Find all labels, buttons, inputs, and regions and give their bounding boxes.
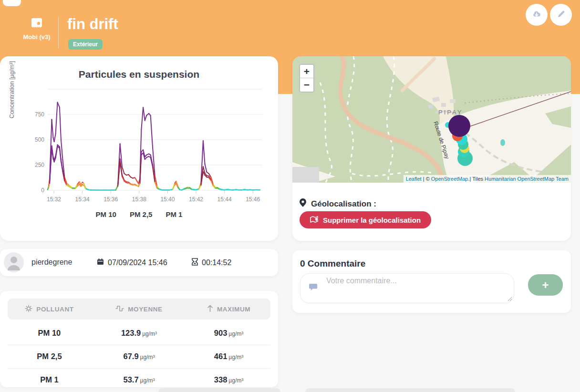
page-title: fin drift [67, 16, 118, 33]
comments-card: 0 Commentaire + [292, 250, 571, 313]
pollutant-stats-card: POLLUANT MOYENNE MAXIMUM PM 10 123.9µg/m… [0, 291, 278, 387]
device-block: Mobi (v3) [21, 16, 52, 41]
pollutant-cell: PM 1 [8, 375, 91, 384]
max-cell: 903µg/m³ [187, 329, 270, 338]
avatar [4, 252, 24, 272]
legend-pm10[interactable]: PM 10 [96, 210, 116, 218]
chart-title: Particules en suspension [0, 69, 278, 80]
leaflet-map[interactable]: PIPAY Route de Pipay + − Leaflet | © Ope… [292, 56, 571, 183]
delete-geolocation-label: Supprimer la géolocalisation [323, 216, 421, 224]
next-section-peek [158, 388, 280, 392]
svg-text:15:42: 15:42 [189, 196, 203, 203]
environment-badge: Extérieur [68, 39, 103, 50]
calendar-icon [97, 258, 104, 267]
osm-link[interactable]: OpenStreetMap [431, 176, 468, 182]
map-attribution: Leaflet | © OpenStreetMap.| Tiles Humani… [404, 175, 571, 183]
comments-count-title: 0 Commentaire [300, 258, 365, 269]
map-card: PIPAY Route de Pipay + − Leaflet | © Ope… [292, 56, 571, 241]
measurement-meta-card: pierdegrene 07/09/2024 15:46 00:14:52 [0, 249, 278, 276]
leaflet-link[interactable]: Leaflet [406, 176, 422, 182]
svg-text:500: 500 [35, 136, 44, 143]
zoom-out-button[interactable]: − [300, 78, 313, 92]
map-tiles: PIPAY Route de Pipay [292, 56, 571, 183]
comment-input-box [300, 273, 514, 303]
svg-text:0: 0 [41, 187, 44, 194]
svg-text:250: 250 [35, 162, 44, 168]
svg-text:15:36: 15:36 [104, 196, 118, 203]
map-marker-icon [310, 216, 319, 225]
resize-handle[interactable] [507, 296, 512, 301]
add-comment-button[interactable]: + [528, 274, 563, 296]
legend-pm25[interactable]: PM 2,5 [130, 210, 153, 218]
svg-text:750: 750 [35, 111, 44, 118]
particles-chart-card: Particules en suspension Concentration [… [0, 56, 278, 241]
hot-link[interactable]: Humanitarian OpenStreetMap Team [485, 176, 569, 182]
measurement-datetime: 07/09/2024 15:46 [108, 258, 167, 267]
table-row: PM 10 123.9µg/m³ 903µg/m³ [8, 321, 270, 345]
map-place-label: PIPAY [438, 109, 463, 116]
header-polluant: POLLUANT [8, 305, 91, 314]
svg-text:15:40: 15:40 [160, 196, 175, 203]
measurement-date: 07/09/2024 15:46 [97, 258, 167, 267]
header-divider [58, 17, 59, 49]
menu-drawer-handle[interactable] [3, 0, 21, 6]
download-button[interactable] [526, 4, 548, 26]
measurement-duration: 00:14:52 [192, 258, 231, 268]
mean-cell: 53.7µg/m³ [91, 375, 187, 384]
pm-line-chart: 025050075015:3215:3415:3615:3815:4015:42… [0, 85, 278, 208]
edit-button[interactable] [550, 4, 572, 26]
mean-cell: 67.9µg/m³ [91, 352, 187, 361]
max-cell: 461µg/m³ [187, 352, 270, 361]
table-header-row: POLLUANT MOYENNE MAXIMUM [8, 299, 270, 320]
device-type-label: Mobi (v3) [21, 33, 52, 41]
delete-geolocation-button[interactable]: Supprimer la géolocalisation [300, 211, 431, 228]
hourglass-icon [192, 258, 198, 268]
cloud-download-icon [531, 9, 542, 21]
header-moyenne: MOYENNE [91, 305, 187, 313]
max-cell: 338µg/m³ [187, 375, 270, 384]
map-pin-icon [300, 198, 306, 209]
pollutant-cell: PM 10 [8, 329, 91, 338]
duration-value: 00:14:52 [202, 258, 231, 267]
geolocation-label-row: Géolocalisation : [300, 198, 376, 209]
mean-cell: 123.9µg/m³ [91, 329, 187, 338]
svg-text:15:32: 15:32 [47, 196, 61, 203]
chart-legend: PM 10 PM 2,5 PM 1 [0, 210, 278, 218]
arrow-up-icon [207, 305, 213, 313]
geolocation-label: Géolocalisation : [311, 199, 376, 209]
map-zoom-control: + − [299, 64, 314, 93]
virus-icon [25, 305, 32, 314]
svg-text:15:34: 15:34 [75, 196, 90, 203]
pencil-icon [556, 9, 566, 21]
pollutant-cell: PM 2,5 [8, 352, 91, 361]
zoom-in-button[interactable]: + [300, 65, 313, 78]
svg-text:15:44: 15:44 [218, 196, 232, 203]
legend-pm1[interactable]: PM 1 [166, 210, 182, 218]
pulse-wave-icon [115, 305, 124, 313]
comment-input[interactable] [326, 277, 508, 300]
header-maximum: MAXIMUM [187, 305, 270, 313]
device-icon [30, 16, 44, 31]
speech-bubble-icon [309, 283, 318, 293]
next-section-peek [305, 388, 515, 392]
svg-text:15:38: 15:38 [132, 196, 146, 203]
svg-text:15:46: 15:46 [246, 196, 260, 203]
user-name: pierdegrene [31, 258, 72, 267]
table-row: PM 2,5 67.9µg/m³ 461µg/m³ [8, 345, 270, 368]
